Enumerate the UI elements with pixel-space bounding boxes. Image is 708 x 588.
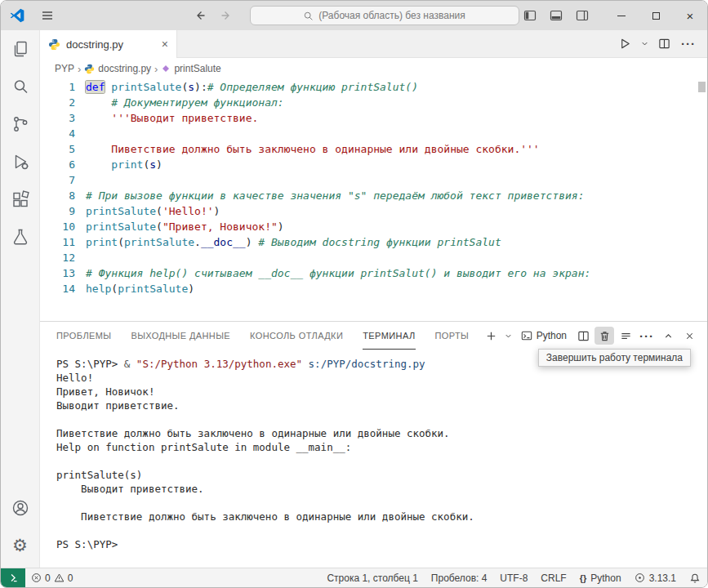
- run-debug-icon[interactable]: [2, 143, 39, 180]
- code-line[interactable]: 7: [40, 172, 707, 188]
- line-number[interactable]: 5: [40, 141, 75, 157]
- back-arrow-icon[interactable]: [189, 5, 211, 26]
- maximize-button[interactable]: [639, 1, 673, 30]
- close-button[interactable]: ×: [673, 1, 707, 30]
- breadcrumb: PYP › docstring.py › printSalute: [40, 58, 707, 79]
- indentation-status[interactable]: Пробелов: 4: [425, 568, 494, 587]
- code-text: # Функция help() считываем __doc__ функц…: [75, 265, 590, 281]
- cursor-position-status[interactable]: Строка 1, столбец 1: [320, 568, 424, 587]
- line-number[interactable]: 14: [40, 281, 75, 296]
- line-number[interactable]: 2: [40, 95, 75, 110]
- panel-tab-problems[interactable]: ПРОБЛЕМЫ: [56, 322, 111, 350]
- terminal-line: Пиветствие должно быть заключено в одина…: [56, 510, 707, 523]
- panel-tab-terminal[interactable]: ТЕРМИНАЛ: [363, 322, 415, 350]
- explorer-icon[interactable]: [2, 30, 39, 68]
- tab-docstring-py[interactable]: docstring.py ×: [40, 30, 177, 58]
- extensions-icon[interactable]: [2, 180, 39, 218]
- terminal-line: Hello!: [56, 371, 707, 385]
- breadcrumb-folder[interactable]: PYP: [55, 63, 74, 74]
- run-python-file-icon[interactable]: [614, 33, 635, 55]
- breadcrumb-file[interactable]: docstring.py: [84, 63, 151, 74]
- code-text: [75, 172, 86, 188]
- source-control-icon[interactable]: [2, 105, 39, 143]
- code-text: printSalute('Hello!'): [75, 203, 220, 219]
- terminal-output[interactable]: PS S:\PYP> & "S:/Python 3.13/python.exe"…: [40, 350, 707, 568]
- testing-icon[interactable]: [2, 218, 39, 256]
- eol-status[interactable]: CRLF: [534, 568, 572, 587]
- terminal-icon: [521, 330, 532, 341]
- code-line[interactable]: 8# При вызове функции в качестве значени…: [40, 188, 707, 203]
- account-icon[interactable]: [2, 489, 39, 527]
- line-number[interactable]: 11: [40, 234, 75, 250]
- line-number[interactable]: 6: [40, 157, 75, 172]
- code-line[interactable]: 13# Функция help() считываем __doc__ фун…: [40, 265, 707, 281]
- toggle-panel-icon[interactable]: [545, 5, 567, 26]
- split-terminal-icon[interactable]: [573, 327, 593, 345]
- minimize-button[interactable]: [604, 1, 639, 30]
- terminal-views-icon[interactable]: [616, 327, 635, 345]
- line-number[interactable]: 10: [40, 219, 75, 234]
- terminal-name: Python: [537, 330, 567, 341]
- code-editor[interactable]: 1def printSalute(s):# Определяем функцию…: [40, 79, 707, 321]
- more-actions-icon[interactable]: ···: [678, 33, 699, 55]
- code-line[interactable]: 4: [40, 126, 707, 141]
- tab-close-icon[interactable]: ×: [162, 38, 168, 50]
- line-number[interactable]: 4: [40, 126, 75, 141]
- vscode-window: (Рабочая область) без названия: [0, 0, 708, 588]
- run-dropdown-chevron-icon[interactable]: [639, 33, 650, 55]
- panel-tabs: ПРОБЛЕМЫВЫХОДНЫЕ ДАННЫЕКОНСОЛЬ ОТЛАДКИТЕ…: [56, 322, 469, 350]
- settings-gear-icon[interactable]: ⚙: [2, 527, 39, 564]
- interpreter-icon: [635, 572, 645, 583]
- code-text: '''Выводит приветствие.: [75, 110, 258, 126]
- new-terminal-icon[interactable]: [482, 327, 501, 345]
- line-number[interactable]: 3: [40, 110, 75, 126]
- line-number[interactable]: 12: [40, 250, 75, 265]
- maximize-panel-chevron-icon[interactable]: [658, 327, 678, 345]
- encoding-status[interactable]: UTF-8: [493, 568, 534, 587]
- chevron-right-icon: ›: [154, 63, 158, 75]
- toggle-secondary-sidebar-icon[interactable]: [572, 5, 593, 26]
- toggle-sidebar-icon[interactable]: [519, 5, 541, 26]
- line-number[interactable]: 1: [40, 79, 75, 95]
- panel-more-actions-icon[interactable]: ···: [637, 327, 657, 345]
- terminal-line: Привет, Новичок!: [56, 385, 707, 399]
- menu-icon[interactable]: [37, 5, 58, 26]
- panel-tab-output[interactable]: ВЫХОДНЫЕ ДАННЫЕ: [131, 322, 230, 350]
- code-line[interactable]: 9printSalute('Hello!'): [40, 203, 707, 219]
- notifications-bell-icon[interactable]: [683, 568, 707, 587]
- code-line[interactable]: 5 Пиветствие должно быть заключено в оди…: [40, 141, 707, 157]
- problems-status[interactable]: 0 0: [25, 568, 78, 587]
- terminal-line: Help on function printSalute in module _…: [56, 440, 707, 454]
- python-interpreter-status[interactable]: 3.13.1: [628, 568, 683, 587]
- code-line[interactable]: 2 # Документируем функционал:: [40, 95, 707, 110]
- code-line[interactable]: 10printSalute("Привет, Новичок!"): [40, 219, 707, 234]
- line-number[interactable]: 8: [40, 188, 75, 203]
- code-line[interactable]: 12: [40, 250, 707, 265]
- code-line[interactable]: 14help(printSalute): [40, 281, 707, 296]
- kill-terminal-trash-icon[interactable]: [594, 327, 614, 345]
- command-center[interactable]: (Рабочая область) без названия: [250, 6, 519, 25]
- remote-indicator[interactable]: [1, 568, 25, 587]
- forward-arrow-icon[interactable]: [216, 5, 237, 26]
- code-line[interactable]: 6 print(s): [40, 157, 707, 172]
- status-bar: 0 0 Строка 1, столбец 1 Пробелов: 4 UTF-…: [1, 568, 707, 587]
- code-line[interactable]: 3 '''Выводит приветствие.: [40, 110, 707, 126]
- line-number[interactable]: 9: [40, 203, 75, 219]
- scrollbar-thumb[interactable]: [698, 82, 706, 92]
- breadcrumb-symbol[interactable]: printSalute: [161, 63, 220, 74]
- error-count: 0: [45, 572, 51, 584]
- language-mode-status[interactable]: {} Python: [573, 568, 628, 587]
- search-icon[interactable]: [2, 68, 39, 105]
- code-line[interactable]: 1def printSalute(s):# Определяем функцию…: [40, 79, 707, 95]
- panel-tab-debug-console[interactable]: КОНСОЛЬ ОТЛАДКИ: [250, 322, 343, 350]
- line-number[interactable]: 13: [40, 265, 75, 281]
- line-number[interactable]: 7: [40, 172, 75, 188]
- terminal-tab-python[interactable]: Python: [516, 327, 572, 345]
- split-editor-icon[interactable]: [653, 33, 675, 55]
- code-line[interactable]: 11print(printSalute.__doc__) # Выводим d…: [40, 234, 707, 250]
- kill-terminal-tooltip: Завершить работу терминала: [538, 349, 691, 367]
- close-panel-icon[interactable]: [679, 327, 699, 345]
- activity-bar: ⚙: [1, 30, 40, 568]
- panel-tab-ports[interactable]: ПОРТЫ: [435, 322, 470, 350]
- terminal-profile-chevron-icon[interactable]: [503, 327, 514, 345]
